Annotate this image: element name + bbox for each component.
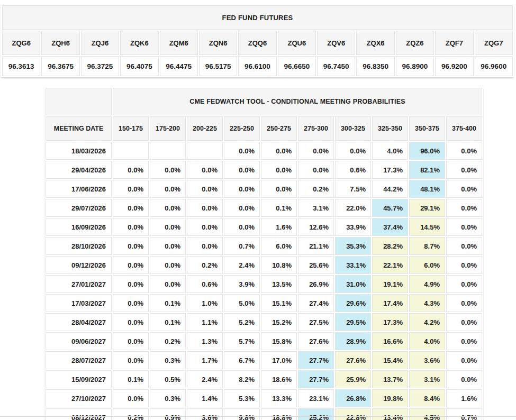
meeting-date-cell: 16/09/2026 <box>46 218 112 236</box>
probability-cell: 25.9% <box>335 370 371 388</box>
probability-cell: 1.6% <box>446 389 482 407</box>
probability-cell: 82.1% <box>409 161 445 179</box>
probability-cell: 4.0% <box>372 142 408 160</box>
probability-cell: 27.7% <box>298 351 334 369</box>
probability-cell: 4.0% <box>409 332 445 350</box>
probability-cell: 0.2% <box>187 256 223 274</box>
fedwatch-table-title: CME FEDWATCH TOOL - CONDITIONAL MEETING … <box>113 88 482 115</box>
probability-cell: 0.0% <box>261 180 297 198</box>
probability-cell: 2.4% <box>187 370 223 388</box>
fedwatch-data-row: 27/10/20270.0%0.3%1.4%5.3%13.3%23.1%26.8… <box>46 389 482 407</box>
probability-cell: 7.5% <box>335 180 371 198</box>
probability-cell: 2.4% <box>224 256 260 274</box>
probability-cell: 48.1% <box>409 180 445 198</box>
probability-cell: 0.0% <box>335 142 371 160</box>
meeting-date-column-header: MEETING DATE <box>46 116 112 141</box>
probability-cell: 0.0% <box>446 313 482 331</box>
probability-cell: 18.6% <box>261 370 297 388</box>
probability-cell: 4.3% <box>409 294 445 312</box>
probability-cell: 0.0% <box>150 161 186 179</box>
futures-price-cell: 96.3613 <box>2 56 40 76</box>
probability-cell: 0.0% <box>224 199 260 217</box>
probability-cell: 27.5% <box>298 313 334 331</box>
probability-cell: 1.6% <box>261 218 297 236</box>
probability-cell: 0.0% <box>446 180 482 198</box>
probability-cell: 0.0% <box>187 161 223 179</box>
rate-range-header: 275-300 <box>298 116 334 141</box>
probability-cell: 35.3% <box>335 237 371 255</box>
probability-cell: 0.0% <box>113 275 149 293</box>
probability-cell: 17.3% <box>372 313 408 331</box>
probability-cell: 22.0% <box>335 199 371 217</box>
probability-cell: 0.0% <box>113 237 149 255</box>
futures-symbol-header: ZQG7 <box>475 31 513 55</box>
probability-cell: 96.0% <box>409 142 445 160</box>
probability-cell: 26.8% <box>335 389 371 407</box>
probability-cell: 22.8% <box>335 408 371 420</box>
probability-cell: 0.0% <box>187 237 223 255</box>
rate-range-header: 175-200 <box>150 116 186 141</box>
probability-cell: 0.0% <box>150 218 186 236</box>
rate-range-header: 225-250 <box>224 116 260 141</box>
futures-price-cell: 96.9600 <box>475 56 513 76</box>
rate-range-header: 375-400 <box>446 116 482 141</box>
futures-symbol-header: ZQG6 <box>2 31 40 55</box>
meeting-date-cell: 29/07/2026 <box>46 199 112 217</box>
probability-cell: 3.1% <box>298 199 334 217</box>
probability-cell: 0.6% <box>335 161 371 179</box>
fedwatch-data-row: 17/06/20260.0%0.0%0.0%0.0%0.0%0.2%7.5%44… <box>46 180 482 198</box>
probability-cell: 5.2% <box>224 313 260 331</box>
probability-cell: 5.0% <box>224 294 260 312</box>
probability-cell: 8.2% <box>224 370 260 388</box>
futures-price-cell: 96.6650 <box>278 56 316 76</box>
probability-cell: 0.0% <box>150 237 186 255</box>
probability-cell: 0.0% <box>446 218 482 236</box>
futures-title-row: FED FUND FUTURES <box>2 5 513 30</box>
futures-symbol-header: ZQM6 <box>160 31 198 55</box>
probability-cell: 29.5% <box>335 313 371 331</box>
probability-cell: 15.1% <box>261 294 297 312</box>
probability-cell: 0.2% <box>298 180 334 198</box>
probability-cell: 37.4% <box>372 218 408 236</box>
meeting-date-cell: 09/06/2027 <box>46 332 112 350</box>
probability-cell: 15.2% <box>261 313 297 331</box>
fedwatch-data-row: 29/07/20260.0%0.0%0.0%0.0%0.1%3.1%22.0%4… <box>46 199 482 217</box>
probability-cell: 0.3% <box>150 351 186 369</box>
fedwatch-data-row: 17/03/20270.0%0.1%1.0%5.0%15.1%27.4%29.6… <box>46 294 482 312</box>
fedwatch-data-row: 16/09/20260.0%0.0%0.0%0.0%1.6%12.6%33.9%… <box>46 218 482 236</box>
probability-cell: 15.8% <box>261 332 297 350</box>
meeting-date-cell: 28/07/2027 <box>46 351 112 369</box>
probability-cell: 0.0% <box>446 370 482 388</box>
probability-cell: 0.0% <box>224 218 260 236</box>
meeting-date-cell: 29/04/2026 <box>46 161 112 179</box>
futures-symbol-header: ZQQ6 <box>238 31 276 55</box>
fedwatch-corner-cell <box>46 88 112 115</box>
probability-cell: 8.7% <box>409 237 445 255</box>
futures-price-cell: 96.6100 <box>238 56 276 76</box>
probability-cell <box>150 142 186 160</box>
futures-prices-row: 96.361396.367596.372596.407596.447596.51… <box>2 56 513 76</box>
meeting-date-cell: 18/03/2026 <box>46 142 112 160</box>
probability-cell: 0.0% <box>150 199 186 217</box>
meeting-date-cell: 08/12/2027 <box>46 408 112 420</box>
probability-cell: 0.3% <box>150 389 186 407</box>
probability-cell: 9.8% <box>224 408 260 420</box>
futures-table-title: FED FUND FUTURES <box>2 5 513 30</box>
probability-cell: 0.0% <box>150 256 186 274</box>
probability-cell: 6.0% <box>409 256 445 274</box>
probability-cell: 0.1% <box>150 313 186 331</box>
futures-price-cell: 96.8900 <box>396 56 434 76</box>
probability-cell: 12.6% <box>298 218 334 236</box>
probability-cell <box>113 142 149 160</box>
futures-symbol-header: ZQU6 <box>278 31 316 55</box>
rate-range-header: 150-175 <box>113 116 149 141</box>
futures-symbols-row: ZQG6ZQH6ZQJ6ZQK6ZQM6ZQN6ZQQ6ZQU6ZQV6ZQX6… <box>2 31 513 55</box>
probability-cell: 0.0% <box>113 161 149 179</box>
probability-cell: 22.1% <box>372 256 408 274</box>
probability-cell: 0.0% <box>446 142 482 160</box>
probability-cell: 5.3% <box>224 389 260 407</box>
probability-cell: 27.4% <box>298 294 334 312</box>
probability-cell: 15.4% <box>372 351 408 369</box>
probability-cell: 0.0% <box>187 199 223 217</box>
fedwatch-probabilities-table: CME FEDWATCH TOOL - CONDITIONAL MEETING … <box>44 87 483 420</box>
